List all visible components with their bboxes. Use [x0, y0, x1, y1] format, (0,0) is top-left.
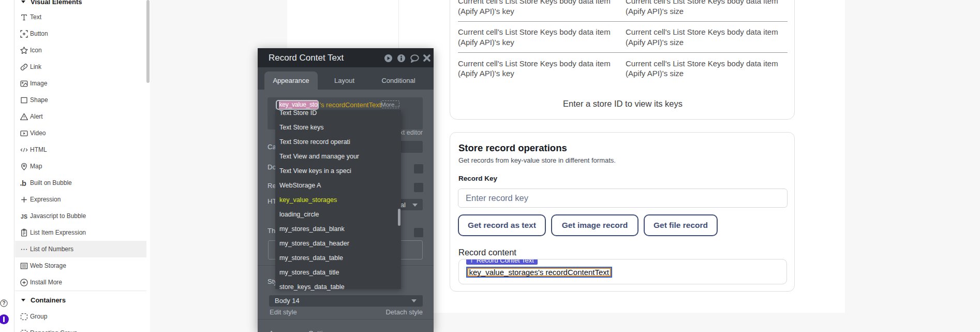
- svg-text:?: ?: [2, 300, 5, 306]
- svg-text:JS: JS: [21, 213, 27, 219]
- svg-text:b: b: [22, 179, 26, 187]
